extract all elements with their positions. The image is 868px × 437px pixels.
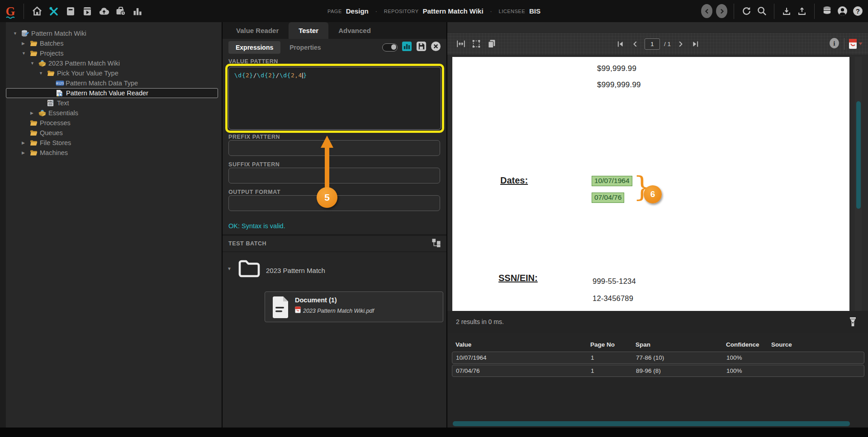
region-select-icon[interactable]	[471, 38, 482, 49]
doc-dates: 10/07/196407/04/76	[592, 176, 632, 209]
chevron-right-icon[interactable]: ▶	[30, 111, 38, 115]
help-icon[interactable]: ?	[852, 5, 863, 17]
column-header-span[interactable]: Span	[636, 341, 726, 348]
tree-item-file-stores[interactable]: ▶File Stores	[6, 138, 218, 148]
tree-item-essentials[interactable]: ▶Essentials	[6, 108, 218, 118]
suffix-pattern-input[interactable]	[228, 168, 440, 183]
text-icon: ABC	[47, 99, 57, 107]
vertical-scrollbar[interactable]	[855, 57, 862, 311]
last-page-button[interactable]	[690, 38, 701, 49]
page-total-label: / 1	[664, 41, 671, 47]
nav-back-button[interactable]	[701, 4, 712, 18]
subtab-properties[interactable]: Properties	[282, 41, 328, 54]
column-header-page-no[interactable]: Page No	[590, 341, 636, 348]
pages-icon[interactable]	[486, 38, 497, 49]
batch-folder-icon[interactable]	[238, 259, 261, 280]
page-label: PAGE	[327, 9, 342, 14]
previous-page-button[interactable]	[630, 38, 640, 49]
next-page-button[interactable]	[675, 38, 686, 49]
chevron-down-icon[interactable]: ▼	[30, 61, 38, 66]
save-button[interactable]	[416, 41, 427, 53]
ssn-value: 12-3456789	[593, 293, 636, 310]
results-rows: 10/07/1964177-86 (10)100%07/04/76189-96 …	[452, 352, 864, 378]
subtab-expressions[interactable]: Expressions	[228, 41, 280, 54]
table-row[interactable]: 07/04/76189-96 (8)100%	[452, 365, 864, 377]
page-number-input[interactable]	[645, 38, 660, 50]
tree-item-label: Pick Your Value Type	[57, 70, 119, 77]
pattern-token: {	[265, 72, 268, 79]
tree-item-text[interactable]: ABCText	[6, 98, 218, 108]
cell-confidence: 100%	[726, 354, 772, 361]
design-tools-icon[interactable]	[47, 5, 61, 18]
chevron-right-icon[interactable]: ▶	[22, 41, 30, 46]
tree-gutter	[0, 22, 6, 428]
account-icon[interactable]	[836, 5, 848, 17]
column-header-value[interactable]: Value	[455, 341, 590, 348]
tree-item-label: Processes	[40, 119, 71, 127]
database-icon[interactable]	[821, 5, 833, 17]
document-page[interactable]: $99,999.99$999,999.99 Dates: 10/07/19640…	[452, 57, 849, 311]
pdf-icon	[295, 306, 301, 315]
batches-icon[interactable]	[64, 5, 77, 18]
grooper-logo[interactable]: G	[0, 0, 21, 22]
chevron-down-icon[interactable]: ▼	[22, 51, 30, 56]
fit-width-icon[interactable]	[455, 38, 466, 49]
datatype-icon: 0123	[56, 80, 66, 86]
import-icon[interactable]	[97, 5, 111, 18]
refresh-icon[interactable]	[740, 5, 752, 17]
results-chart-button[interactable]	[402, 41, 412, 53]
tree-item-processes[interactable]: Processes	[6, 118, 218, 128]
chevron-right-icon[interactable]: ▶	[22, 141, 30, 145]
highlighted-date-value: 07/04/76	[592, 193, 624, 203]
pdf-export-button[interactable]	[849, 38, 863, 49]
batch-hierarchy-icon[interactable]	[432, 238, 441, 249]
close-icon[interactable]	[431, 41, 441, 53]
tree-item-label: Pattern Match Wiki	[31, 30, 86, 37]
tree-item-pattern-match-wiki[interactable]: ▼Pattern Match Wiki	[6, 28, 218, 38]
licensee-value[interactable]: BIS	[529, 7, 541, 15]
value-pattern-input[interactable]: \d{2}/\d{2}/\d{2,4|}	[228, 67, 441, 130]
tab-value-reader[interactable]: Value Reader	[226, 22, 289, 39]
search-icon[interactable]	[756, 5, 768, 17]
page-value[interactable]: Design	[346, 7, 369, 15]
test-document-card[interactable]: Document (1) 2023 Pattern Match Wiki.pdf	[265, 291, 443, 322]
prefix-pattern-input[interactable]	[228, 140, 440, 156]
table-row[interactable]: 10/07/1964177-86 (10)100%	[452, 352, 864, 364]
download-icon[interactable]	[781, 5, 792, 17]
toolbar-divider	[844, 38, 844, 50]
info-icon[interactable]: i	[829, 38, 840, 51]
project-icon	[38, 109, 48, 117]
column-header-confidence[interactable]: Confidence	[726, 341, 771, 348]
vertical-scrollbar-thumb[interactable]	[856, 101, 861, 209]
tree-item-projects[interactable]: ▼Projects	[6, 48, 218, 58]
home-icon[interactable]	[30, 5, 44, 18]
batch-folder-label[interactable]: 2023 Pattern Match	[266, 267, 325, 274]
options-toggle[interactable]	[382, 43, 398, 52]
first-page-button[interactable]	[615, 38, 626, 49]
doc-amount-value: $99,999.99	[597, 61, 641, 77]
tree-item-2023-pattern-match-wiki[interactable]: ▼2023 Pattern Match Wiki	[6, 58, 218, 68]
run-batch-icon[interactable]	[81, 5, 94, 18]
folder-collapse-arrow[interactable]: ▼	[227, 266, 232, 271]
tab-tester[interactable]: Tester	[289, 22, 328, 39]
chevron-down-icon[interactable]: ▼	[13, 31, 21, 36]
stats-icon[interactable]	[131, 5, 144, 18]
highlighter-icon[interactable]	[847, 316, 858, 327]
tree-item-queues[interactable]: Queues	[6, 128, 218, 138]
tree-item-pattern-match-data-type[interactable]: 0123Pattern Match Data Type	[6, 78, 218, 88]
column-header-source[interactable]: Source	[771, 341, 868, 348]
licensee-label: LICENSEE	[499, 9, 525, 14]
repository-value[interactable]: Pattern Match Wiki	[423, 7, 484, 15]
chevron-right-icon[interactable]: ▶	[22, 150, 30, 155]
tree-item-pattern-match-value-reader[interactable]: Pattern Match Value Reader	[6, 88, 218, 98]
horizontal-scrollbar-thumb[interactable]	[453, 421, 850, 426]
tree-item-batches[interactable]: ▶Batches	[6, 38, 218, 48]
tab-advanced[interactable]: Advanced	[328, 22, 381, 39]
nav-forward-button[interactable]	[716, 4, 727, 18]
jobs-icon[interactable]	[114, 5, 128, 18]
tree-item-pick-your-value-type[interactable]: ▼Pick Your Value Type	[6, 68, 218, 78]
ssn-value: 999-55-1234	[593, 276, 636, 293]
tree-item-machines[interactable]: ▶Machines	[6, 148, 218, 158]
chevron-down-icon[interactable]: ▼	[39, 71, 47, 75]
upload-icon[interactable]	[796, 5, 808, 17]
